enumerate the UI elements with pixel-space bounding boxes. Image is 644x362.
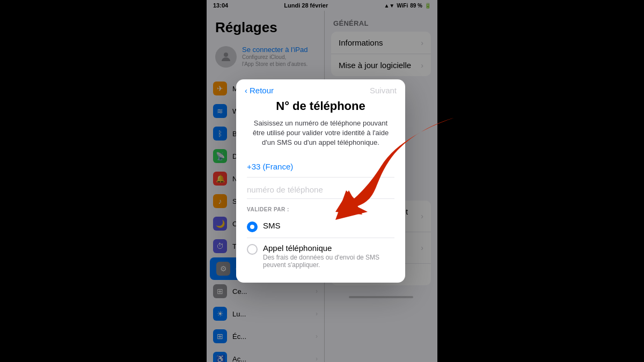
radio-circle-appel [247, 244, 258, 255]
radio-text-appel: Appel téléphonique Des frais de données … [263, 243, 394, 269]
modal-title: N° de téléphone [247, 99, 394, 113]
back-chevron-icon: ‹ [245, 86, 247, 95]
radio-text-sms: SMS [263, 221, 281, 230]
valider-label: VALIDER PAR : [247, 206, 394, 212]
country-selector[interactable]: +33 (France) [247, 157, 394, 178]
modal-dialog: ‹ Retour Suivant N° de téléphone Saisiss… [236, 79, 405, 283]
radio-circle-sms [247, 221, 258, 232]
radio-sub-appel: Des frais de données ou d'envoi de SMS p… [263, 254, 394, 269]
radio-title-sms: SMS [263, 221, 281, 230]
phone-input[interactable] [247, 181, 394, 199]
modal-next-label: Suivant [370, 86, 397, 95]
country-code: +33 (France) [247, 162, 293, 171]
radio-option-sms[interactable]: SMS [247, 216, 394, 238]
modal-back-button[interactable]: ‹ Retour [245, 86, 274, 95]
modal-body: N° de téléphone Saisissez un numéro de t… [236, 99, 405, 283]
modal-nav: ‹ Retour Suivant [236, 79, 405, 99]
back-label: Retour [250, 86, 274, 95]
radio-title-appel: Appel téléphonique [263, 243, 394, 253]
radio-option-appel[interactable]: Appel téléphonique Des frais de données … [247, 238, 394, 274]
modal-description: Saisissez un numéro de téléphone pouvant… [247, 119, 394, 148]
